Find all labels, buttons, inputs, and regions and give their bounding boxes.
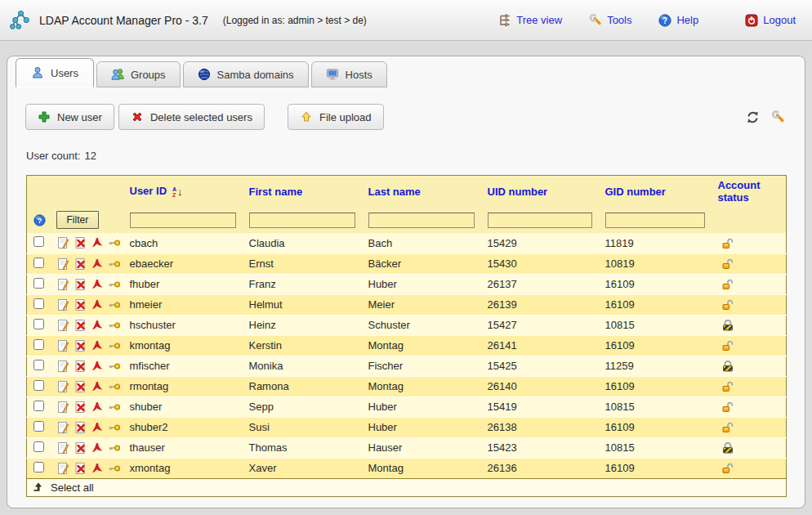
table-row: shuber Sepp Huber 15419 10815 xyxy=(27,396,787,417)
row-select-checkbox[interactable] xyxy=(33,360,44,370)
password-key-icon[interactable] xyxy=(108,421,121,434)
password-key-icon[interactable] xyxy=(108,319,121,332)
uid-number-cell: 15429 xyxy=(481,233,599,253)
row-select-checkbox[interactable] xyxy=(33,319,44,329)
delete-user-icon[interactable] xyxy=(74,401,87,414)
delete-user-icon[interactable] xyxy=(74,360,87,373)
delete-user-icon[interactable] xyxy=(74,380,87,393)
edit-user-icon[interactable] xyxy=(56,401,69,414)
gid-number-cell: 16109 xyxy=(599,335,712,356)
edit-user-icon[interactable] xyxy=(56,278,69,291)
pdf-export-icon[interactable] xyxy=(91,339,104,352)
user-id-cell: fhuber xyxy=(123,274,243,294)
row-select-checkbox[interactable] xyxy=(33,401,44,411)
row-select-checkbox[interactable] xyxy=(33,462,44,472)
delete-user-icon[interactable] xyxy=(74,441,87,455)
row-select-checkbox[interactable] xyxy=(33,236,44,247)
edit-user-icon[interactable] xyxy=(56,360,69,373)
edit-user-icon[interactable] xyxy=(56,258,69,271)
pdf-export-icon[interactable] xyxy=(91,401,104,414)
link-logout[interactable]: Logout xyxy=(745,14,796,27)
edit-user-icon[interactable] xyxy=(56,380,69,393)
delete-user-icon[interactable] xyxy=(74,319,87,332)
delete-user-icon[interactable] xyxy=(74,298,87,311)
last-name-cell: Montag xyxy=(362,376,481,396)
pdf-export-icon[interactable] xyxy=(91,319,104,332)
edit-user-icon[interactable] xyxy=(56,319,69,332)
pdf-export-icon[interactable] xyxy=(91,278,104,291)
delete-user-icon[interactable] xyxy=(74,278,87,291)
filter-button[interactable]: Filter xyxy=(56,211,100,229)
delete-user-icon[interactable] xyxy=(74,236,87,249)
row-select-checkbox[interactable] xyxy=(33,339,44,350)
settings-wrench-icon[interactable] xyxy=(771,110,785,124)
row-select-checkbox[interactable] xyxy=(33,441,44,452)
password-key-icon[interactable] xyxy=(108,441,121,455)
filter-input-user-id[interactable] xyxy=(130,213,236,228)
delete-user-icon[interactable] xyxy=(74,462,87,475)
row-select-checkbox[interactable] xyxy=(33,380,44,391)
tab-users[interactable]: Users xyxy=(16,58,94,87)
edit-user-icon[interactable] xyxy=(56,462,69,475)
edit-user-icon[interactable] xyxy=(56,441,69,455)
edit-user-icon[interactable] xyxy=(56,339,69,352)
pdf-export-icon[interactable] xyxy=(91,462,104,475)
delete-user-icon[interactable] xyxy=(74,258,87,271)
user-id-cell: hschuster xyxy=(123,315,243,335)
row-select-checkbox[interactable] xyxy=(33,298,44,309)
link-help[interactable]: Help xyxy=(658,14,698,27)
link-tools[interactable]: Tools xyxy=(589,14,631,27)
new-user-button[interactable]: New user xyxy=(25,104,114,130)
tab-groups[interactable]: Groups xyxy=(96,61,181,87)
user-id-cell: ebaecker xyxy=(123,253,243,274)
filter-input-last-name[interactable] xyxy=(368,213,475,228)
row-select-checkbox[interactable] xyxy=(33,258,44,268)
password-key-icon[interactable] xyxy=(108,278,121,291)
password-key-icon[interactable] xyxy=(108,380,121,393)
table-row: ebaecker Ernst Bäcker 15430 10819 xyxy=(27,253,787,274)
account-locked-icon xyxy=(721,360,734,373)
delete-selected-users-button[interactable]: Delete selected users xyxy=(118,104,265,130)
filter-input-uid-number[interactable] xyxy=(488,213,592,228)
first-name-cell: Kerstin xyxy=(243,335,362,356)
first-name-cell: Franz xyxy=(243,274,362,294)
table-row: xmontag Xaver Montag 26136 16109 xyxy=(27,458,787,478)
pdf-export-icon[interactable] xyxy=(91,421,104,434)
tab-samba-domains[interactable]: Samba domains xyxy=(183,61,309,87)
edit-user-icon[interactable] xyxy=(56,421,69,434)
pdf-export-icon[interactable] xyxy=(91,360,104,373)
password-key-icon[interactable] xyxy=(108,462,121,475)
password-key-icon[interactable] xyxy=(108,360,121,373)
uid-number-cell: 15425 xyxy=(481,356,599,376)
password-key-icon[interactable] xyxy=(108,236,121,249)
file-upload-button[interactable]: File upload xyxy=(288,104,384,130)
sort-icon[interactable]: AZ↓ xyxy=(172,186,183,198)
password-key-icon[interactable] xyxy=(108,298,121,311)
pdf-export-icon[interactable] xyxy=(91,298,104,311)
password-key-icon[interactable] xyxy=(108,339,121,352)
filter-input-first-name[interactable] xyxy=(249,213,355,228)
user-id-cell: cbach xyxy=(123,233,243,253)
pdf-export-icon[interactable] xyxy=(91,236,104,249)
delete-user-icon[interactable] xyxy=(74,421,87,434)
select-all-link[interactable]: Select all xyxy=(32,481,781,494)
row-select-checkbox[interactable] xyxy=(33,421,44,432)
password-key-icon[interactable] xyxy=(108,401,121,414)
password-key-icon[interactable] xyxy=(108,258,121,271)
filter-help-icon[interactable] xyxy=(33,214,46,226)
user-id-cell: kmontag xyxy=(123,335,243,356)
toolbar: New user Delete selected users File uplo… xyxy=(25,104,785,130)
edit-user-icon[interactable] xyxy=(56,298,69,311)
first-name-cell: Susi xyxy=(243,417,362,437)
row-select-checkbox[interactable] xyxy=(33,278,44,289)
pdf-export-icon[interactable] xyxy=(91,380,104,393)
tab-hosts[interactable]: Hosts xyxy=(311,61,387,87)
table-row: mfischer Monika Fischer 15425 11259 xyxy=(27,356,787,376)
link-tree-view[interactable]: Tree view xyxy=(498,14,562,27)
edit-user-icon[interactable] xyxy=(56,236,69,249)
pdf-export-icon[interactable] xyxy=(91,258,104,271)
delete-user-icon[interactable] xyxy=(74,339,87,352)
refresh-icon[interactable] xyxy=(746,110,760,124)
filter-input-gid-number[interactable] xyxy=(605,213,705,228)
pdf-export-icon[interactable] xyxy=(91,441,104,455)
